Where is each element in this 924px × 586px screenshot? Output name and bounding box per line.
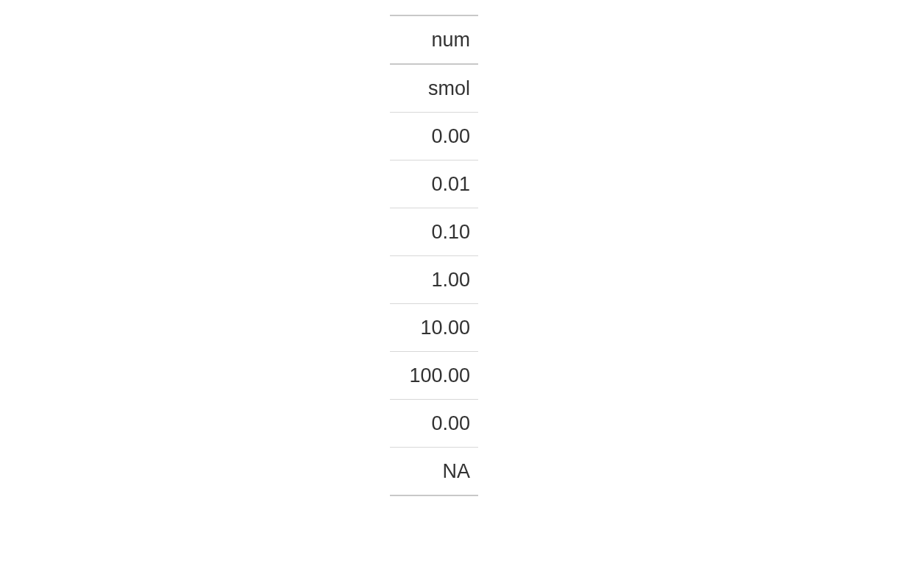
table-row: 1.00 bbox=[390, 256, 478, 304]
table-row: 100.00 bbox=[390, 352, 478, 400]
table-row: 0.00 bbox=[390, 113, 478, 160]
page: num smol 0.00 0.01 0.10 1.00 10.00 1 bbox=[0, 0, 924, 586]
table-row: NA bbox=[390, 448, 478, 496]
subcolumn-header-smol: smol bbox=[390, 64, 478, 113]
table-cell: 0.00 bbox=[390, 113, 478, 160]
table-row: 0.10 bbox=[390, 208, 478, 256]
table-cell: NA bbox=[390, 448, 478, 496]
table-cell: 1.00 bbox=[390, 256, 478, 304]
table-cell: 100.00 bbox=[390, 352, 478, 400]
table-row: 10.00 bbox=[390, 304, 478, 352]
table-subheader-row: smol bbox=[390, 64, 478, 113]
table-cell: 0.10 bbox=[390, 208, 478, 256]
table-cell: 0.01 bbox=[390, 160, 478, 208]
table-row: 0.00 bbox=[390, 400, 478, 448]
table-row: 0.01 bbox=[390, 160, 478, 208]
table-cell: 0.00 bbox=[390, 400, 478, 448]
table-header-row: num bbox=[390, 15, 478, 64]
table-cell: 10.00 bbox=[390, 304, 478, 352]
data-table: num smol 0.00 0.01 0.10 1.00 10.00 1 bbox=[390, 15, 478, 496]
column-header-num: num bbox=[390, 15, 478, 64]
